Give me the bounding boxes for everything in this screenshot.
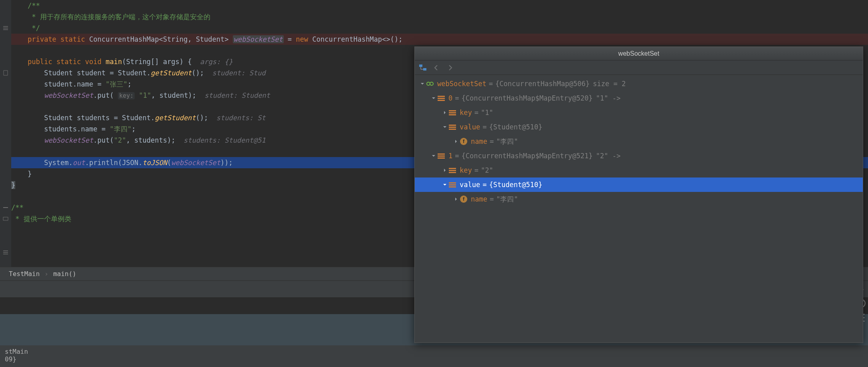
var-value: {ConcurrentHashMap@506}: [495, 80, 589, 88]
chevron-right-icon[interactable]: [453, 139, 459, 144]
tree-entry[interactable]: 0={ConcurrentHashMap$MapEntry@520}"1" ->: [415, 91, 863, 105]
svg-rect-16: [438, 157, 445, 159]
collapse-icon[interactable]: [2, 249, 9, 256]
brace: }: [28, 170, 32, 178]
collapse-icon[interactable]: [2, 70, 9, 76]
chevron-down-icon[interactable]: [431, 153, 436, 159]
collapse-icon[interactable]: [2, 204, 9, 211]
tree-view-icon[interactable]: [419, 64, 427, 72]
chevron-right-icon[interactable]: [442, 167, 448, 173]
var-value: "2": [481, 166, 493, 174]
keyword: static: [57, 58, 81, 66]
var-name: key: [460, 109, 472, 117]
code-text: .put(: [93, 91, 114, 99]
method-call: getStudent: [151, 69, 192, 77]
tree-value-selected[interactable]: value={Student@510}: [415, 177, 863, 192]
svg-point-4: [430, 82, 433, 85]
svg-rect-6: [438, 98, 445, 99]
svg-rect-22: [449, 186, 456, 188]
tree-field[interactable]: f name="李四": [415, 134, 863, 149]
comment: /**: [11, 204, 24, 212]
params: (String[] args) {: [122, 58, 192, 66]
comment: * 提供一个单例类: [11, 215, 71, 223]
var-name: 1: [448, 152, 452, 160]
entry-icon: [448, 109, 456, 117]
keyword: new: [296, 35, 308, 43]
code-text: .put(: [93, 136, 114, 144]
collapse-icon[interactable]: [2, 25, 9, 31]
chevron-right-icon[interactable]: [453, 196, 459, 202]
constructor: ConcurrentHashMap<>();: [312, 35, 402, 43]
var-name: name: [471, 137, 487, 145]
string: "2": [114, 136, 126, 144]
svg-rect-7: [438, 100, 445, 101]
string: "1": [139, 91, 151, 99]
back-icon[interactable]: [432, 64, 440, 72]
code-text: student.name =: [44, 80, 106, 88]
field-icon: f: [460, 137, 468, 145]
svg-rect-21: [449, 184, 456, 186]
chevron-right-icon[interactable]: [442, 110, 448, 115]
var-name: value: [460, 123, 480, 131]
svg-rect-15: [438, 155, 445, 157]
popup-title: webSocketSet: [415, 47, 863, 60]
code-text: , students);: [126, 136, 176, 144]
breadcrumb-separator: ›: [44, 270, 48, 278]
entry-icon: [448, 166, 456, 174]
var-value: {ConcurrentHashMap$MapEntry@521}: [462, 152, 593, 160]
keyword: private: [28, 35, 57, 43]
punc: ();: [192, 69, 204, 77]
run-output: stMain: [5, 348, 863, 355]
chevron-down-icon[interactable]: [442, 182, 448, 188]
punc: ();: [196, 114, 208, 122]
keyword: void: [85, 58, 101, 66]
svg-rect-8: [449, 110, 456, 111]
comment: /**: [28, 2, 40, 10]
brace: }: [11, 181, 15, 189]
field: out: [73, 159, 85, 167]
field-icon: f: [460, 195, 468, 203]
var-extra: "2" ->: [596, 152, 620, 160]
var-extra: size = 2: [593, 80, 626, 88]
var-name: webSocketSet: [437, 80, 486, 88]
svg-rect-17: [449, 168, 456, 169]
comment: * 用于存所有的连接服务的客户端，这个对象存储是安全的: [28, 13, 210, 21]
inline-hint: student: Student: [204, 91, 270, 99]
field: webSocketSet: [233, 35, 284, 43]
tree-key[interactable]: key="2": [415, 163, 863, 177]
svg-point-3: [427, 82, 430, 85]
inline-hint: students: St: [216, 114, 266, 122]
punc: (: [167, 159, 171, 167]
field: webSocketSet: [44, 136, 93, 144]
svg-rect-18: [449, 170, 456, 171]
forward-icon[interactable]: [446, 64, 454, 72]
var-value: {Student@510}: [489, 181, 542, 189]
tree-entry[interactable]: 1={ConcurrentHashMap$MapEntry@521}"2" ->: [415, 149, 863, 163]
breadcrumb-class[interactable]: TestMain: [9, 270, 40, 278]
svg-rect-19: [449, 172, 456, 173]
chevron-down-icon[interactable]: [442, 124, 448, 130]
chevron-down-icon[interactable]: [431, 95, 436, 101]
method-call: toJSON: [143, 159, 167, 167]
keyword: static: [61, 35, 85, 43]
gutter: [0, 0, 11, 267]
entry-icon: [437, 152, 445, 160]
debug-tree[interactable]: webSocketSet={ConcurrentHashMap@506}size…: [415, 75, 863, 343]
var-value: "1": [481, 109, 493, 117]
code-text: System.: [44, 159, 73, 167]
tree-root[interactable]: webSocketSet={ConcurrentHashMap@506}size…: [415, 77, 863, 91]
svg-rect-20: [449, 182, 456, 184]
field: webSocketSet: [171, 159, 220, 167]
code-text: Student student = Student.: [44, 69, 151, 77]
tree-key[interactable]: key="1": [415, 105, 863, 120]
evaluate-popup[interactable]: webSocketSet webSocketSet={ConcurrentHas…: [414, 46, 863, 343]
tree-value[interactable]: value={Student@510}: [415, 120, 863, 134]
collapse-icon[interactable]: [2, 216, 9, 222]
run-output: 09}: [5, 355, 863, 363]
field: webSocketSet: [44, 91, 93, 99]
var-name: name: [471, 195, 487, 203]
var-value: {ConcurrentHashMap$MapEntry@520}: [462, 94, 593, 102]
tree-field[interactable]: f name="李四": [415, 192, 863, 206]
breadcrumb-method[interactable]: main(): [53, 270, 77, 278]
chevron-down-icon[interactable]: [420, 81, 425, 87]
